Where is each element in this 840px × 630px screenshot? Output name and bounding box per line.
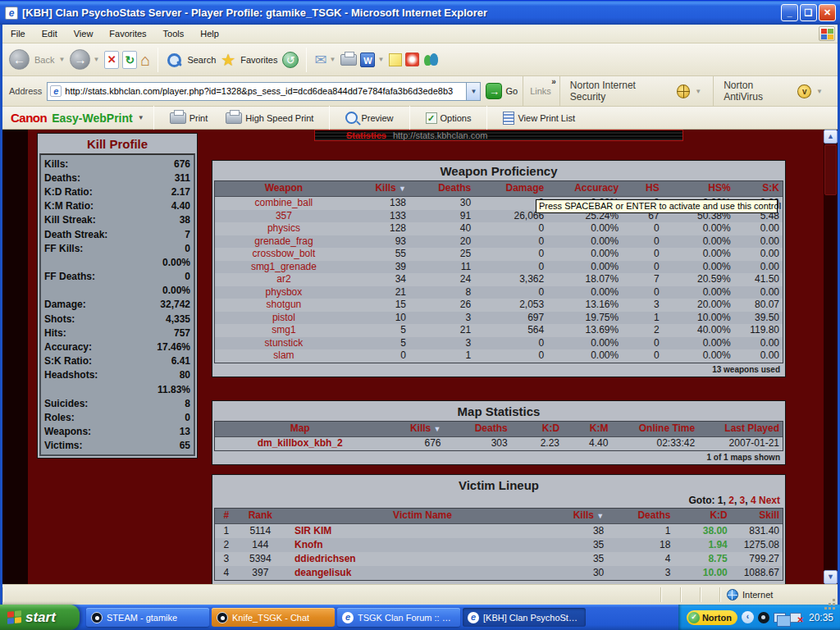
col-kills[interactable]: Kills ▼ <box>550 509 617 523</box>
victim-name-link[interactable]: SIR KIM <box>283 524 550 538</box>
favorites-button[interactable]: ★ Favorites <box>221 50 279 70</box>
col-skill[interactable]: Skill <box>733 509 783 523</box>
close-button[interactable]: ✕ <box>819 4 836 21</box>
view-print-list-button[interactable]: View Print List <box>496 112 582 125</box>
links-toolbar[interactable]: » Links <box>523 76 559 106</box>
refresh-button[interactable]: ↻ <box>122 51 137 69</box>
col-accuracy[interactable]: Accuracy <box>555 181 627 196</box>
network-alert-icon[interactable] <box>790 613 801 623</box>
weapon-link[interactable]: grenade_frag <box>215 235 353 249</box>
preview-button[interactable]: Preview <box>339 112 399 124</box>
weapon-link[interactable]: slam <box>215 349 353 363</box>
mail-dropdown-icon[interactable]: ▼ <box>330 56 336 63</box>
history-button[interactable]: ↺ <box>282 52 299 68</box>
forward-dropdown-icon[interactable]: ▼ <box>93 56 99 63</box>
next-page-link[interactable]: Next <box>759 495 780 506</box>
menu-file[interactable]: File <box>2 25 34 43</box>
resize-grip[interactable] <box>826 585 838 605</box>
easy-webprint-button[interactable] <box>405 52 419 66</box>
canon-print-button[interactable]: Print <box>163 112 215 124</box>
col-deaths[interactable]: Deaths <box>617 509 682 523</box>
col-deaths[interactable]: Deaths <box>418 181 482 196</box>
weapon-link[interactable]: pistol <box>215 312 353 325</box>
home-button[interactable]: ⌂ <box>140 51 150 69</box>
weapon-link[interactable]: physbox <box>215 286 353 299</box>
menu-edit[interactable]: Edit <box>34 25 66 43</box>
network-tray-icon[interactable] <box>774 613 786 623</box>
col-kd[interactable]: K:D <box>682 509 732 523</box>
map-link[interactable]: dm_killbox_kbh_2 <box>215 437 385 450</box>
col-num[interactable]: # <box>215 509 238 523</box>
back-button[interactable]: ← Back ▼ <box>9 49 66 70</box>
weapon-link[interactable]: combine_ball <box>215 197 353 210</box>
col-kd[interactable]: K:D <box>519 422 568 436</box>
canon-dropdown-icon[interactable]: ▼ <box>138 114 144 121</box>
weapon-link[interactable]: smg1_grenade <box>215 261 353 274</box>
discuss-note-button[interactable] <box>389 53 402 66</box>
col-online-time[interactable]: Online Time <box>616 422 701 436</box>
page-scrollbar[interactable]: ▲ ▼ <box>824 130 838 584</box>
minimize-button[interactable]: _ <box>781 4 798 21</box>
victim-name-link[interactable]: Knofn <box>283 538 550 552</box>
task-steam[interactable]: STEAM - gtamike <box>86 608 209 627</box>
menu-help[interactable]: Help <box>192 25 227 43</box>
page-4-link[interactable]: 4 <box>751 495 756 506</box>
scroll-up-icon[interactable]: ▲ <box>824 130 838 144</box>
address-url[interactable]: http://stats.kbhclan.com/player.php?id=1… <box>65 86 466 96</box>
col-last-played[interactable]: Last Played <box>701 422 783 436</box>
weapon-link[interactable]: ar2 <box>215 273 353 286</box>
weapon-link[interactable]: shotgun <box>215 299 353 312</box>
menu-view[interactable]: View <box>66 25 102 43</box>
weapon-link[interactable]: physics <box>215 222 353 235</box>
menu-tools[interactable]: Tools <box>155 25 193 43</box>
col-weapon[interactable]: Weapon <box>215 181 353 196</box>
col-hs-pct[interactable]: HS% <box>668 181 739 196</box>
back-dropdown-icon[interactable]: ▼ <box>58 56 65 63</box>
options-button[interactable]: ✓ Options <box>419 112 478 124</box>
col-damage[interactable]: Damage <box>482 181 555 196</box>
page-2-link[interactable]: 2 <box>728 495 734 506</box>
menu-favorites[interactable]: Favorites <box>101 25 154 43</box>
nis-dropdown-icon[interactable]: ▼ <box>695 88 701 95</box>
weapon-link[interactable]: stunstick <box>215 337 353 350</box>
col-victim-name[interactable]: Victim Name <box>283 509 550 523</box>
maximize-button[interactable]: ❑ <box>800 4 817 21</box>
nav-dropdown-icon[interactable]: ▼ <box>816 88 823 95</box>
weapon-link[interactable]: crossbow_bolt <box>215 248 353 261</box>
col-map[interactable]: Map <box>215 422 385 436</box>
steam-tray-icon[interactable] <box>758 612 769 623</box>
address-dropdown-icon[interactable]: ▼ <box>466 83 480 100</box>
search-button[interactable]: Search <box>166 52 217 68</box>
col-kills[interactable]: Kills ▼ <box>385 422 454 436</box>
col-kills[interactable]: Kills ▼ <box>353 181 418 196</box>
forward-button[interactable]: → ▼ <box>70 49 101 70</box>
victim-name-link[interactable]: deangelisuk <box>283 566 550 580</box>
high-speed-print-button[interactable]: High Speed Print <box>219 112 320 124</box>
links-overflow-chevron[interactable]: » <box>551 77 556 86</box>
edit-with-word-button[interactable]: W ▼ <box>360 52 386 67</box>
norton-tray-badge[interactable]: ✓ Norton <box>687 610 737 625</box>
go-button[interactable]: → Go <box>486 83 518 99</box>
scrollbar-thumb[interactable] <box>824 144 837 195</box>
task-forum[interactable]: e TSGK Clan Forum :: Vi... <box>337 608 460 627</box>
start-button[interactable]: start <box>0 605 80 630</box>
weapon-link[interactable]: 357 <box>215 210 353 223</box>
print-button[interactable] <box>340 54 357 66</box>
norton-antivirus-toolbar[interactable]: Norton AntiVirus v ▼ <box>713 76 834 106</box>
col-rank[interactable]: Rank <box>238 509 283 523</box>
victim-name-link[interactable]: ddiedrichsen <box>283 552 550 566</box>
weapon-link[interactable]: smg1 <box>215 324 353 337</box>
stop-button[interactable]: ✕ <box>104 51 119 69</box>
col-hs[interactable]: HS <box>627 181 667 196</box>
task-chat[interactable]: Knife_TSGK - Chat <box>212 608 335 627</box>
task-psychostats[interactable]: e [KBH] Clan PsychoSta... <box>463 608 586 627</box>
tray-collapse-icon[interactable]: ‹ <box>742 611 754 623</box>
scroll-down-icon[interactable]: ▼ <box>824 570 838 584</box>
col-deaths[interactable]: Deaths <box>454 422 519 436</box>
norton-internet-security-toolbar[interactable]: Norton Internet Security ▼ <box>559 76 713 106</box>
col-sk[interactable]: S:K <box>739 181 783 196</box>
word-dropdown-icon[interactable]: ▼ <box>377 56 384 63</box>
col-km[interactable]: K:M <box>568 422 616 436</box>
address-input[interactable]: e http://stats.kbhclan.com/player.php?id… <box>47 82 481 101</box>
mail-button[interactable]: ✉ ▼ <box>314 51 337 69</box>
